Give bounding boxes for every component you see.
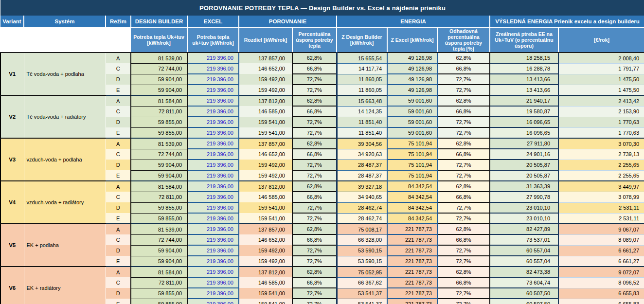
cell-v1-e-eur[interactable]: 1 475,50 <box>558 85 644 95</box>
cell-v5-c-excel[interactable]: 219 396,00 <box>187 234 239 245</box>
cell-v1-a-zdb[interactable]: 15 655,54 <box>337 53 387 63</box>
cell-v6-d-zreal[interactable]: 60 507,50 <box>490 288 558 299</box>
cell-v3-c-odhad[interactable]: 66,8% <box>437 149 490 160</box>
cell-v3-a-rozdiel[interactable]: 137 857,00 <box>239 138 292 149</box>
cell-v4-d-uspora[interactable]: 72,7% <box>292 202 337 213</box>
cell-v3-a-zexcel[interactable]: 75 101,94 <box>387 138 437 149</box>
cell-v6-e-rozdiel[interactable]: 159 541,00 <box>239 299 292 304</box>
variant-system-v4[interactable]: vzduch-voda + radiátory <box>24 181 106 224</box>
cell-v1-e-rozdiel[interactable]: 159 492,00 <box>239 85 292 95</box>
cell-v6-c-db[interactable]: 72 811,00 <box>131 277 187 288</box>
variant-system-v2[interactable]: Tč voda-voda + radiátory <box>24 95 106 138</box>
col-header-vysledna-energia[interactable]: VÝSLEDNÁ ENERGIA Prienik excelu a design… <box>490 16 644 27</box>
cell-v3-c-uspora[interactable]: 66,8% <box>292 149 337 160</box>
cell-v3-c-zreal[interactable]: 24 901,16 <box>490 149 558 160</box>
cell-v4-c-excel[interactable]: 219 396,00 <box>187 192 239 202</box>
cell-v3-a-uspora[interactable]: 62,8% <box>292 138 337 149</box>
cell-v3-d-zexcel[interactable]: 75 101,94 <box>387 160 437 170</box>
cell-v2-d-rozdiel[interactable]: 159 541,00 <box>239 117 292 127</box>
cell-v4-a-zreal[interactable]: 31 363,39 <box>490 181 558 192</box>
col-header-design-builder[interactable]: DESIGN BUILDER <box>131 16 187 27</box>
cell-v4-c-rozdiel[interactable]: 146 585,00 <box>239 192 292 202</box>
cell-v1-e-excel[interactable]: 219 396,00 <box>187 85 239 95</box>
cell-v2-a-rozdiel[interactable]: 137 812,00 <box>239 95 292 106</box>
cell-v6-a-excel[interactable]: 219 396,00 <box>187 267 239 277</box>
cell-v4-e-rezim[interactable]: E <box>106 213 131 224</box>
cell-v2-d-db[interactable]: 59 855,00 <box>131 117 187 127</box>
cell-v1-d-zdb[interactable]: 11 860,05 <box>337 74 387 85</box>
cell-v1-a-rezim[interactable]: A <box>106 53 131 63</box>
cell-v5-a-eur[interactable]: 9 067,07 <box>558 224 644 234</box>
sub-header-uspora[interactable]: Percentuálna úspora potreby tepla <box>292 27 337 53</box>
cell-v3-c-db[interactable]: 72 744,00 <box>131 149 187 160</box>
cell-v2-c-zexcel[interactable]: 59 001,60 <box>387 106 437 117</box>
cell-v5-e-zreal[interactable]: 60 557,04 <box>490 256 558 267</box>
cell-v2-a-zreal[interactable]: 21 940,17 <box>490 95 558 106</box>
sub-header-potreba-excel[interactable]: Potreba tepla uk+tuv [kWh/rok] <box>187 27 239 53</box>
cell-v2-c-db[interactable]: 72 811,00 <box>131 106 187 117</box>
cell-v2-a-odhad[interactable]: 62,8% <box>437 95 490 106</box>
cell-v6-c-excel[interactable]: 219 396,00 <box>187 277 239 288</box>
cell-v1-a-odhad[interactable]: 62,8% <box>437 53 490 63</box>
cell-v2-d-uspora[interactable]: 72,7% <box>292 117 337 127</box>
col-header-excel[interactable]: EXCEL <box>187 16 239 27</box>
cell-v4-c-zexcel[interactable]: 84 342,54 <box>387 192 437 202</box>
cell-v5-a-rezim[interactable]: A <box>106 224 131 234</box>
cell-v4-a-odhad[interactable]: 62,8% <box>437 181 490 192</box>
cell-v5-d-eur[interactable]: 6 661,27 <box>558 245 644 256</box>
cell-v5-e-db[interactable]: 59 904,00 <box>131 256 187 267</box>
cell-v6-c-uspora[interactable]: 66,8% <box>292 277 337 288</box>
sub-header-z-excel[interactable]: Z Excel [kWh/rok] <box>387 27 437 53</box>
cell-v1-c-eur[interactable]: 1 791,77 <box>558 63 644 74</box>
cell-v1-d-eur[interactable]: 1 475,50 <box>558 74 644 85</box>
cell-v3-e-excel[interactable]: 219 396,00 <box>187 170 239 181</box>
cell-v5-a-excel[interactable]: 219 396,00 <box>187 224 239 234</box>
cell-v5-e-odhad[interactable]: 72,7% <box>437 256 490 267</box>
variant-system-v6[interactable]: EK + radiátory <box>24 267 106 304</box>
cell-v2-e-db[interactable]: 59 855,00 <box>131 127 187 138</box>
cell-v2-e-zexcel[interactable]: 59 001,60 <box>387 127 437 138</box>
cell-v6-a-uspora[interactable]: 62,8% <box>292 267 337 277</box>
cell-v6-e-odhad[interactable]: 72,7% <box>437 299 490 304</box>
cell-v2-c-eur[interactable]: 2 153,90 <box>558 106 644 117</box>
cell-v3-c-eur[interactable]: 2 739,13 <box>558 149 644 160</box>
cell-v1-e-zexcel[interactable]: 49 126,98 <box>387 85 437 95</box>
variant-id-v1[interactable]: V1 <box>0 53 24 95</box>
cell-v4-a-excel[interactable]: 219 396,00 <box>187 181 239 192</box>
cell-v6-e-zexcel[interactable]: 221 787,73 <box>387 299 437 304</box>
cell-v5-a-uspora[interactable]: 62,8% <box>292 224 337 234</box>
cell-v4-d-odhad[interactable]: 72,7% <box>437 202 490 213</box>
cell-v2-a-db[interactable]: 81 584,00 <box>131 95 187 106</box>
sub-header-rozdiel[interactable]: Rozdiel [kWh/rok] <box>239 27 292 53</box>
cell-v6-d-db[interactable]: 59 855,00 <box>131 288 187 299</box>
cell-v3-a-rezim[interactable]: A <box>106 138 131 149</box>
cell-v5-c-db[interactable]: 72 744,00 <box>131 234 187 245</box>
cell-v3-e-rezim[interactable]: E <box>106 170 131 181</box>
cell-v5-e-rezim[interactable]: E <box>106 256 131 267</box>
cell-v3-e-zreal[interactable]: 20 505,87 <box>490 170 558 181</box>
cell-v5-d-zdb[interactable]: 53 590,15 <box>337 245 387 256</box>
cell-v6-d-excel[interactable]: 219 396,00 <box>187 288 239 299</box>
cell-v4-d-zexcel[interactable]: 84 342,54 <box>387 202 437 213</box>
cell-v6-d-rozdiel[interactable]: 159 541,00 <box>239 288 292 299</box>
cell-v2-e-odhad[interactable]: 72,7% <box>437 127 490 138</box>
cell-v4-e-zexcel[interactable]: 84 342,54 <box>387 213 437 224</box>
cell-v3-c-zdb[interactable]: 34 920,63 <box>337 149 387 160</box>
variant-id-v6[interactable]: V6 <box>0 267 24 304</box>
cell-v1-c-rozdiel[interactable]: 146 652,00 <box>239 63 292 74</box>
cell-v1-d-db[interactable]: 59 904,00 <box>131 74 187 85</box>
cell-v1-c-excel[interactable]: 219 396,00 <box>187 63 239 74</box>
cell-v4-a-zexcel[interactable]: 84 342,54 <box>387 181 437 192</box>
sub-header-eur-rok[interactable]: [€/rok] <box>558 27 644 53</box>
cell-v3-e-zexcel[interactable]: 75 101,94 <box>387 170 437 181</box>
variant-id-v5[interactable]: V5 <box>0 224 24 267</box>
cell-v5-d-uspora[interactable]: 72,7% <box>292 245 337 256</box>
sub-header-odhad-uspora[interactable]: Odhadovná percentuálna úspora potreby te… <box>437 27 490 53</box>
cell-v4-d-rezim[interactable]: D <box>106 202 131 213</box>
cell-v5-c-rezim[interactable]: C <box>106 234 131 245</box>
cell-v2-a-uspora[interactable]: 62,8% <box>292 95 337 106</box>
cell-v3-d-zreal[interactable]: 20 505,87 <box>490 160 558 170</box>
cell-v6-d-zexcel[interactable]: 221 787,73 <box>387 288 437 299</box>
sub-header-z-design-builder[interactable]: Z Design Builder [kWh/rok] <box>337 27 387 53</box>
col-header-system[interactable]: Systém <box>24 16 106 27</box>
